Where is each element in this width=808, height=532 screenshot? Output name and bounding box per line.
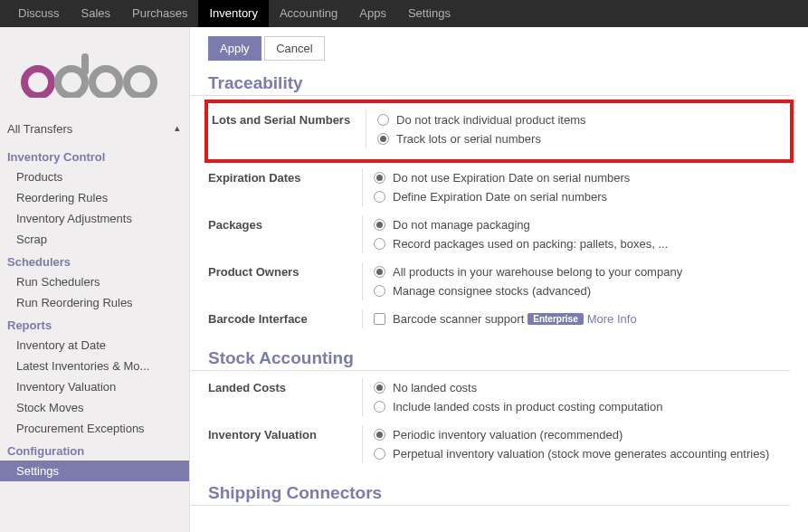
topbar-settings[interactable]: Settings bbox=[397, 0, 461, 27]
sidebar-item-inventory-valuation[interactable]: Inventory Valuation bbox=[0, 376, 189, 397]
radio-icon bbox=[377, 133, 389, 145]
enterprise-badge: Enterprise bbox=[528, 313, 583, 325]
topbar-apps[interactable]: Apps bbox=[348, 0, 397, 27]
chevron-up-icon: ▴ bbox=[175, 122, 180, 134]
radio-icon bbox=[374, 191, 385, 203]
option-landed-yes[interactable]: Include landed costs in product costing … bbox=[374, 397, 790, 416]
sidebar-all-transfers[interactable]: All Transfers ▴ bbox=[0, 117, 189, 145]
sidebar-heading-reports: Reports bbox=[0, 313, 189, 335]
svg-rect-2 bbox=[81, 53, 89, 75]
option-valuation-perpetual[interactable]: Perpetual inventory valuation (stock mov… bbox=[374, 444, 790, 463]
label-valuation: Inventory Valuation bbox=[208, 425, 362, 463]
radio-icon bbox=[374, 401, 385, 413]
option-lots-no-track[interactable]: Do not track individual product items bbox=[377, 110, 786, 129]
label-barcode: Barcode Interface bbox=[208, 309, 362, 328]
section-title-stock-accounting: Stock Accounting bbox=[190, 343, 790, 371]
main: All Transfers ▴ Inventory ControlProduct… bbox=[0, 27, 808, 532]
apply-button[interactable]: Apply bbox=[208, 36, 261, 61]
topbar-sales[interactable]: Sales bbox=[71, 0, 122, 27]
radio-icon bbox=[374, 382, 385, 394]
cancel-button[interactable]: Cancel bbox=[264, 36, 324, 61]
buttonbar: Apply Cancel bbox=[190, 27, 808, 68]
sidebar-item-scrap[interactable]: Scrap bbox=[0, 229, 189, 250]
sidebar-item-inventory-at-date[interactable]: Inventory at Date bbox=[0, 335, 189, 356]
svg-point-3 bbox=[92, 69, 119, 96]
logo bbox=[0, 34, 189, 117]
checkbox-icon bbox=[374, 313, 385, 325]
sidebar-heading-schedulers: Schedulers bbox=[0, 250, 189, 271]
radio-icon bbox=[374, 429, 385, 441]
option-owner-company[interactable]: All products in your warehouse belong to… bbox=[374, 262, 790, 281]
sidebar-item-run-schedulers[interactable]: Run Schedulers bbox=[0, 271, 189, 292]
sidebar-heading-inventory-control: Inventory Control bbox=[0, 145, 189, 166]
sidebar-item-products[interactable]: Products bbox=[0, 166, 189, 187]
option-lots-track[interactable]: Track lots or serial numbers bbox=[377, 129, 786, 148]
topbar-inventory[interactable]: Inventory bbox=[198, 0, 268, 27]
svg-point-4 bbox=[127, 69, 154, 96]
content: Apply Cancel Traceability Lots and Seria… bbox=[190, 27, 808, 532]
sidebar-item-latest-inventories-mo-[interactable]: Latest Inventories & Mo... bbox=[0, 356, 189, 376]
sidebar-item-run-reordering-rules[interactable]: Run Reordering Rules bbox=[0, 292, 189, 313]
sidebar-heading-configuration: Configuration bbox=[0, 439, 189, 461]
label-lots: Lots and Serial Numbers bbox=[212, 110, 366, 148]
radio-icon bbox=[374, 238, 385, 250]
label-expiration: Expiration Dates bbox=[208, 168, 362, 206]
radio-icon bbox=[377, 114, 389, 126]
sidebar-item-settings[interactable]: Settings bbox=[0, 461, 189, 481]
more-info-link[interactable]: More Info bbox=[587, 312, 637, 326]
topbar-accounting[interactable]: Accounting bbox=[269, 0, 348, 27]
label-packages: Packages bbox=[208, 215, 362, 253]
option-pkg-yes[interactable]: Record packages used on packing: pallets… bbox=[374, 234, 790, 253]
option-barcode[interactable]: Barcode scanner support Enterprise More … bbox=[374, 309, 790, 328]
option-exp-no[interactable]: Do not use Expiration Date on serial num… bbox=[374, 168, 790, 187]
radio-icon bbox=[374, 219, 385, 231]
topbar: DiscussSalesPurchasesInventoryAccounting… bbox=[0, 0, 808, 27]
radio-icon bbox=[374, 266, 385, 278]
svg-point-1 bbox=[58, 69, 85, 96]
odoo-logo-icon bbox=[20, 51, 160, 98]
option-valuation-periodic[interactable]: Periodic inventory valuation (recommende… bbox=[374, 425, 790, 444]
option-pkg-no[interactable]: Do not manage packaging bbox=[374, 215, 790, 234]
radio-icon bbox=[374, 172, 385, 184]
radio-icon bbox=[374, 285, 385, 297]
radio-icon bbox=[374, 448, 385, 460]
option-exp-yes[interactable]: Define Expiration Date on serial numbers bbox=[374, 187, 790, 206]
sidebar-all-transfers-label: All Transfers bbox=[7, 122, 72, 136]
section-title-traceability: Traceability bbox=[190, 68, 790, 96]
sidebar-item-procurement-exceptions[interactable]: Procurement Exceptions bbox=[0, 418, 189, 439]
topbar-discuss[interactable]: Discuss bbox=[7, 0, 71, 27]
sidebar-item-inventory-adjustments[interactable]: Inventory Adjustments bbox=[0, 208, 189, 229]
label-owners: Product Owners bbox=[208, 262, 362, 300]
topbar-purchases[interactable]: Purchases bbox=[121, 0, 198, 27]
svg-point-0 bbox=[24, 69, 52, 96]
sidebar-item-reordering-rules[interactable]: Reordering Rules bbox=[0, 187, 189, 208]
option-landed-no[interactable]: No landed costs bbox=[374, 378, 790, 397]
sidebar: All Transfers ▴ Inventory ControlProduct… bbox=[0, 27, 190, 532]
highlight-box: Lots and Serial Numbers Do not track ind… bbox=[204, 100, 794, 163]
section-title-shipping: Shipping Connectors bbox=[190, 478, 790, 506]
option-owner-consignee[interactable]: Manage consignee stocks (advanced) bbox=[374, 281, 790, 300]
label-landed: Landed Costs bbox=[208, 378, 362, 416]
sidebar-item-stock-moves[interactable]: Stock Moves bbox=[0, 397, 189, 418]
